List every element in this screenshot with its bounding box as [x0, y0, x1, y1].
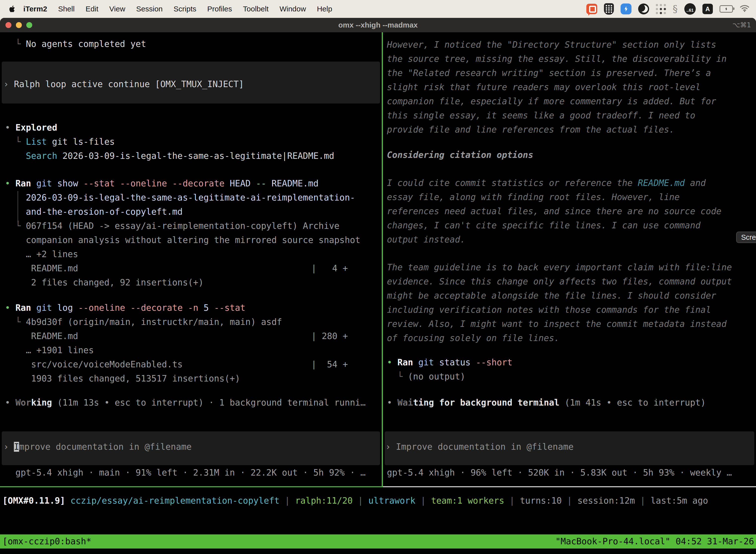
terminal-line: companion analysis without altering the …	[5, 234, 360, 246]
terminal-line: • Working (11m 13s • esc to interrupt) ·…	[5, 397, 366, 408]
menu-item-session[interactable]: Session	[131, 5, 168, 13]
text-seg: --stat --oneline --decorate	[83, 178, 225, 188]
text-seg: essay file, along with finding root file…	[387, 192, 680, 202]
text-seg: and	[685, 178, 706, 188]
terminal-line: | 54 +	[311, 359, 348, 370]
squiggle-icon[interactable]: §	[673, 3, 678, 15]
text-seg: and-the-erosion-of-copyleft.md	[5, 207, 183, 217]
text-seg: | 4 +	[311, 263, 348, 273]
text-seg: README.md	[5, 331, 78, 341]
text-seg: provide file and line references from th…	[387, 125, 674, 134]
text-seg: I could cite commit statistics or refere…	[387, 178, 638, 188]
terminal-line: references need actual files, and since …	[387, 206, 721, 217]
text-seg: ralph:11/20	[295, 496, 358, 506]
text-seg: 4b9d30f (origin/main, instructkr/main, m…	[26, 317, 282, 327]
lightning-badge-icon[interactable]	[621, 3, 631, 14]
text-seg: •	[387, 357, 397, 367]
prompt-input[interactable]: › Improve documentation in @filename	[3, 441, 192, 452]
text-seg: └	[5, 317, 26, 327]
menu-item-scripts[interactable]: Scripts	[168, 5, 202, 13]
text-seg: gpt-5.4 xhigh · main · 91% left · 2.31M …	[5, 467, 366, 478]
dots-grid-icon[interactable]	[656, 4, 666, 14]
text-seg: ting for background terminal	[413, 398, 559, 407]
text-seg: ›	[385, 442, 396, 452]
menu-item-profiles[interactable]: Profiles	[202, 5, 237, 13]
terminal-line: and-the-erosion-of-copyleft.md	[5, 206, 183, 217]
terminal-line: 1903 files changed, 513517 insertions(+)	[5, 373, 240, 384]
text-seg: evidence. Since this change only affects…	[387, 277, 732, 286]
text-seg: --stat	[214, 303, 245, 313]
text-seg: (11m 13s • esc to interrupt) · 1 backgro…	[52, 398, 366, 407]
text-seg: Wor	[15, 398, 31, 407]
terminal-pane-left[interactable]: └ No agents completed yet› Ralph loop ac…	[0, 32, 382, 486]
menu-item-shell[interactable]: Shell	[53, 5, 80, 13]
text-seg: No agents completed yet	[26, 39, 146, 49]
terminal-line: output instead.	[387, 234, 465, 245]
terminal-line: README.md	[5, 331, 78, 342]
text-seg: |	[285, 496, 295, 506]
omx-status-line: [OMX#0.11.9] cczip/essay/ai-reimplementa…	[2, 495, 708, 506]
pane-bottom-border-left	[0, 486, 383, 487]
menu-item-toolbelt[interactable]: Toolbelt	[238, 5, 274, 13]
text-seg: git	[31, 178, 52, 188]
menu-item-app[interactable]: iTerm2	[18, 5, 53, 13]
shield-grid-icon[interactable]	[604, 3, 614, 15]
battery-charging-icon[interactable]	[719, 5, 733, 13]
screen-sharing-icon[interactable]	[586, 4, 597, 14]
text-seg: |	[567, 496, 577, 506]
text-seg: of focusing solely on file lines.	[387, 333, 559, 343]
wifi-icon[interactable]	[740, 4, 750, 14]
text-seg: companion analysis without altering the …	[5, 235, 360, 245]
timer-badge-icon[interactable]: ..61	[684, 3, 696, 15]
text-seg: last:5m ago	[650, 496, 708, 506]
screen-share-overlay-button[interactable]: Scre	[736, 232, 756, 243]
text-seg: review. Also, I might want to inspect th…	[387, 319, 727, 329]
menu-item-view[interactable]: View	[104, 5, 131, 13]
prompt-input[interactable]: › Improve documentation in @filename	[385, 441, 574, 452]
text-seg: status	[434, 357, 476, 367]
terminal-line: might be acceptable alongside the file l…	[387, 290, 716, 301]
text-seg: (1m 41s • esc to interrupt)	[559, 398, 706, 407]
text-seg: Ralph loop active continue [OMX_TMUX_INJ…	[14, 79, 244, 89]
text-seg: references need actual files, and since …	[387, 206, 721, 216]
text-seg: king	[31, 398, 52, 407]
terminal-line: The team guideline is to back every impo…	[387, 262, 732, 273]
input-source-icon[interactable]: A	[702, 4, 713, 14]
text-seg: |	[640, 496, 650, 506]
apple-menu-icon[interactable]	[9, 5, 15, 12]
menu-item-window[interactable]: Window	[274, 5, 312, 13]
terminal-line: … +2 lines	[5, 249, 78, 260]
text-seg: show	[52, 178, 83, 188]
text-seg: team:1 workers	[431, 496, 509, 506]
text-seg: List	[26, 137, 47, 147]
moon-circle-icon[interactable]	[638, 3, 649, 14]
text-seg: --short	[476, 357, 512, 367]
text-seg: 1903 files changed, 513517 insertions(+)	[5, 374, 240, 384]
text-seg: session:12m	[577, 496, 640, 506]
text-seg: the "Related research writing" section i…	[387, 68, 711, 78]
terminal-line: review. Also, I might want to inspect th…	[387, 319, 727, 330]
text-seg: 2026-03-09-is-legal-the-same-as-legitima…	[5, 192, 355, 203]
prompt-input[interactable]: › Ralph loop active continue [OMX_TMUX_I…	[3, 79, 244, 90]
text-seg: --	[256, 178, 266, 188]
text-seg: Ran	[15, 178, 31, 188]
text-seg: •	[5, 303, 15, 313]
pane-divider[interactable]	[382, 32, 383, 486]
menu-item-edit[interactable]: Edit	[80, 5, 104, 13]
text-seg: … +2 lines	[5, 249, 78, 259]
menu-item-help[interactable]: Help	[312, 5, 338, 13]
text-seg: README.md	[266, 178, 319, 188]
terminal-line: provide file and line references from th…	[387, 124, 674, 135]
text-seg: |	[358, 496, 368, 506]
terminal-line: … +1901 lines	[5, 345, 94, 356]
text-seg: └	[5, 221, 26, 231]
text-seg: ›	[3, 442, 14, 452]
tmux-status-bar: [omx-cczip0:bash* "MacBook-Pro-44.local"…	[0, 535, 756, 549]
menu-bar: iTerm2 ShellEditViewSessionScriptsProfil…	[0, 0, 756, 18]
tmux-host-clock: "MacBook-Pro-44.local" 04:52 31-Mar-26	[555, 535, 754, 549]
tmux-window-label: [omx-cczip0:bash*	[2, 535, 91, 549]
text-seg: changes, I can't cite specific file line…	[387, 220, 700, 230]
terminal-line: of focusing solely on file lines.	[387, 333, 559, 344]
terminal-pane-right[interactable]: However, I noticed the "Directory Struct…	[383, 32, 756, 486]
menu-items: iTerm2 ShellEditViewSessionScriptsProfil…	[18, 5, 337, 13]
